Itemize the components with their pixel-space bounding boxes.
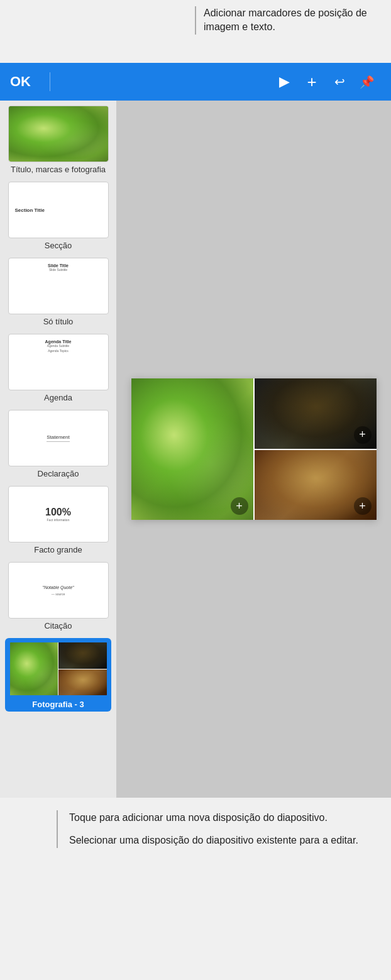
slide-thumb-seccao: Section Title	[8, 182, 109, 238]
slide-thumb-declaracao: Statement	[8, 410, 109, 466]
play-icon[interactable]: ▶	[270, 68, 298, 96]
slide-preview: + + +	[131, 378, 377, 520]
sidebar-item-label-seccao: Secção	[5, 241, 111, 250]
sidebar-item-label-facto: Facto grande	[5, 545, 111, 554]
preview-plus-tr[interactable]: +	[354, 426, 372, 444]
sidebar-item-facto-grande[interactable]: 100% Fact information Facto grande	[5, 486, 111, 554]
sidebar-item-agenda[interactable]: Agenda Title Agenda Subtitle Agenda Topi…	[5, 334, 111, 402]
slide-thumb-fotografia-3	[8, 641, 109, 697]
toolbar-divider	[50, 72, 50, 91]
add-icon[interactable]: +	[298, 68, 326, 96]
vline-bottom-decoration-2	[57, 810, 58, 848]
main-canvas: + + +	[116, 101, 391, 798]
sidebar-item-label-fotografia-3: Fotografia - 3	[8, 700, 109, 709]
slide-thumb-agenda: Agenda Title Agenda Subtitle Agenda Topi…	[8, 334, 109, 390]
preview-bottom-right-photo: +	[255, 450, 377, 520]
preview-main-photo: +	[131, 378, 253, 520]
slide-thumb-facto: 100% Fact information	[8, 486, 109, 542]
sidebar-item-citacao[interactable]: "Notable Quote" — source Citação	[5, 562, 111, 630]
sidebar-item-label-declaracao: Declaração	[5, 469, 111, 478]
preview-plus-br[interactable]: +	[354, 497, 372, 515]
undo-icon[interactable]: ↩	[326, 68, 353, 96]
slide-thumb-citacao: "Notable Quote" — source	[8, 562, 109, 619]
tooltip-bottom-line1: Toque para adicionar uma nova disposição…	[69, 810, 378, 825]
sidebar-item-seccao[interactable]: Section Title Secção	[5, 182, 111, 250]
slide-thumb-so-titulo: Slide Title Slide Subtitle	[8, 258, 109, 314]
sidebar-item-label-agenda: Agenda	[5, 393, 111, 402]
preview-plus-main[interactable]: +	[231, 497, 248, 515]
tooltip-bottom-line2: Selecionar uma disposição do diapositivo…	[69, 833, 378, 848]
sidebar-item-label-titulo: Título, marcas e fotografia	[5, 165, 111, 174]
sidebar-item-declaracao[interactable]: Statement Declaração	[5, 410, 111, 478]
slide-thumb-titulo: Slide Title Slide Subtitle text	[8, 106, 109, 162]
ok-button[interactable]: OK	[10, 74, 43, 90]
tooltip-bottom: Toque para adicionar uma nova disposição…	[0, 798, 391, 980]
pin-icon[interactable]: 📌	[353, 68, 381, 96]
sidebar-item-fotografia-3[interactable]: Fotografia - 3	[5, 638, 111, 712]
sidebar: Slide Title Slide Subtitle text Título, …	[0, 101, 116, 798]
sidebar-item-label-citacao: Citação	[5, 621, 111, 630]
toolbar: OK ▶ + ↩ 📌	[0, 63, 391, 101]
tooltip-top: Adicionar marcadores de posição de image…	[195, 0, 383, 41]
sidebar-item-titulo-marcas-foto[interactable]: Slide Title Slide Subtitle text Título, …	[5, 106, 111, 174]
preview-top-right-photo: +	[255, 378, 377, 449]
sidebar-item-label-so-titulo: Só título	[5, 317, 111, 326]
sidebar-item-so-titulo[interactable]: Slide Title Slide Subtitle Só título	[5, 258, 111, 326]
